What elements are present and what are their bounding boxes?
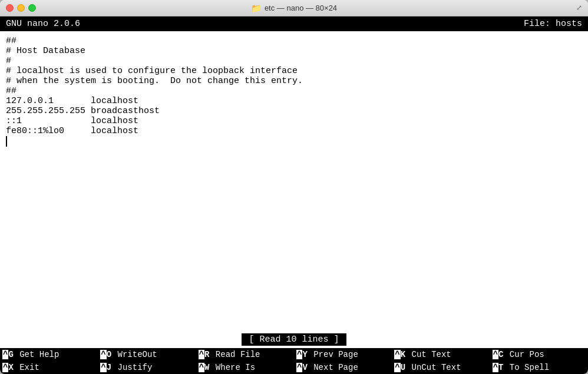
shortcut-label: Where Is [210, 363, 255, 372]
shortcut-key: ^G [2, 350, 14, 359]
shortcut-caret: ^ [100, 350, 106, 359]
nano-filename: File: hosts [524, 19, 582, 29]
editor-line: # when the system is booting. Do not cha… [6, 76, 303, 86]
shortcut-caret: ^ [493, 350, 498, 359]
shortcuts-bar: ^G Get Help ^O WriteOut ^R Read File ^Y … [0, 348, 588, 374]
shortcut-item[interactable]: ^G Get Help [0, 348, 98, 361]
shortcut-key: ^W [199, 363, 210, 372]
shortcut-item[interactable]: ^T To Spell [490, 361, 588, 374]
editor-line: # Host Database [6, 46, 85, 56]
shortcut-key: ^O [100, 350, 111, 359]
shortcut-label: To Spell [504, 363, 549, 372]
shortcut-item[interactable]: ^U UnCut Text [392, 361, 490, 374]
status-message: [ Read 10 lines ] [242, 333, 346, 346]
shortcut-caret: ^ [493, 363, 498, 372]
shortcut-caret: ^ [394, 350, 400, 359]
shortcut-item[interactable]: ^V Next Page [294, 361, 392, 374]
shortcut-label: Prev Page [309, 350, 358, 359]
shortcut-caret: ^ [296, 363, 302, 372]
shortcut-caret: ^ [100, 363, 106, 372]
editor-line: 127.0.0.1 localhost [6, 96, 138, 106]
traffic-lights [6, 4, 36, 12]
shortcut-key: ^J [100, 363, 111, 372]
shortcut-caret: ^ [199, 350, 204, 359]
shortcut-item[interactable]: ^W Where Is [196, 361, 294, 374]
shortcut-label: Get Help [15, 350, 60, 359]
editor-line: ## [6, 36, 16, 46]
shortcut-label: Exit [15, 363, 39, 372]
window-title: 📁 etc — nano — 80×24 [251, 4, 337, 13]
shortcut-caret: ^ [394, 363, 400, 372]
nano-version: GNU nano 2.0.6 [6, 19, 80, 29]
shortcut-item[interactable]: ^X Exit [0, 361, 98, 374]
editor-line: fe80::1%lo0 localhost [6, 126, 138, 136]
shortcut-key: ^X [2, 363, 14, 372]
shortcut-key: ^U [394, 363, 405, 372]
app-window: 📁 etc — nano — 80×24 ⤢ GNU nano 2.0.6 Fi… [0, 0, 588, 374]
title-bar: 📁 etc — nano — 80×24 ⤢ [0, 0, 588, 16]
shortcut-caret: ^ [296, 350, 302, 359]
editor-line: ::1 localhost [6, 116, 138, 126]
editor-line: 255.255.255.255 broadcasthost [6, 106, 160, 116]
shortcut-label: Next Page [309, 363, 358, 372]
shortcut-item[interactable]: ^K Cut Text [392, 348, 490, 361]
editor-line: # localhost is used to configure the loo… [6, 66, 298, 76]
maximize-button[interactable] [28, 4, 36, 12]
nano-header: GNU nano 2.0.6 File: hosts [0, 16, 588, 31]
shortcut-caret: ^ [2, 363, 8, 372]
shortcut-label: Cut Text [407, 350, 451, 359]
shortcut-key: ^V [296, 363, 308, 372]
shortcut-key: ^C [493, 350, 504, 359]
minimize-button[interactable] [17, 4, 25, 12]
status-bar: [ Read 10 lines ] [0, 331, 588, 348]
editor-line: ## [6, 86, 16, 96]
shortcut-key: ^K [394, 350, 405, 359]
text-cursor [6, 136, 7, 147]
shortcut-label: Justify [113, 363, 152, 372]
shortcut-label: Cur Pos [504, 350, 544, 359]
shortcut-key: ^T [493, 363, 504, 372]
shortcut-key: ^R [199, 350, 210, 359]
shortcut-item[interactable]: ^Y Prev Page [294, 348, 392, 361]
editor-line: # [6, 56, 11, 66]
shortcut-item[interactable]: ^O WriteOut [98, 348, 196, 361]
shortcut-key: ^Y [296, 350, 308, 359]
editor-area[interactable]: ## # Host Database # # localhost is used… [0, 31, 588, 331]
shortcut-label: Read File [210, 350, 260, 359]
shortcut-item[interactable]: ^J Justify [98, 361, 196, 374]
folder-icon: 📁 [251, 4, 261, 13]
shortcut-caret: ^ [2, 350, 8, 359]
shortcut-item[interactable]: ^R Read File [196, 348, 294, 361]
title-text: etc — nano — 80×24 [265, 4, 337, 12]
close-button[interactable] [6, 4, 14, 12]
shortcut-label: WriteOut [113, 350, 157, 359]
shortcut-caret: ^ [199, 363, 204, 372]
resize-icon[interactable]: ⤢ [576, 4, 582, 12]
shortcut-item[interactable]: ^C Cur Pos [490, 348, 588, 361]
shortcut-label: UnCut Text [407, 363, 461, 372]
